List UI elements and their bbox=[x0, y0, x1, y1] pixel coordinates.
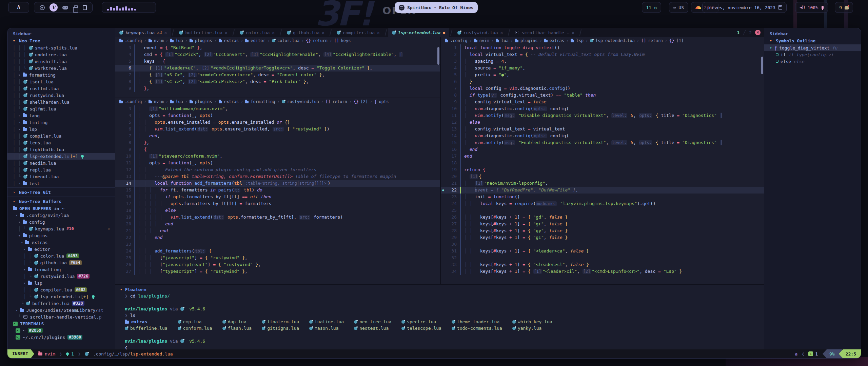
tree-item-linting[interactable]: │ ›linting bbox=[7, 119, 115, 126]
close-buffer-button[interactable]: × bbox=[755, 30, 761, 35]
tree-item-.config-nvim-lua[interactable]: ▾.config/nvim/lua bbox=[7, 212, 115, 219]
tree-item-lang[interactable]: │ ›lang bbox=[7, 112, 115, 119]
tab-close-icon[interactable]: × bbox=[322, 30, 324, 35]
editor-pane-color-lua[interactable]: .config›nvim›lua›plugins›extras›editor›c… bbox=[115, 37, 440, 98]
tree-item-lsp-extended.lu[interactable]: │ └ lsp-extended.lu [+] bbox=[7, 293, 115, 300]
code-line-14[interactable]: 14│ vim.diagnostic.config(opts: config) bbox=[441, 133, 764, 139]
scrollbar-handle[interactable] bbox=[761, 57, 763, 74]
code-line-12[interactable]: 12 else bbox=[441, 119, 764, 126]
workspace-windows-icon[interactable] bbox=[74, 5, 78, 9]
code-line-22[interactable]: 22│ │ end bbox=[115, 234, 440, 241]
symbols-outline-header[interactable]: ▾ Symbols Outline bbox=[764, 37, 861, 44]
tree-item-lsp[interactable]: │ ▾lsp bbox=[7, 126, 115, 133]
clock-widget[interactable]: jueves, noviembre 16, 2023 bbox=[702, 2, 787, 13]
code-line-10[interactable]: 10│ [1]"stevearc/conform.nvim", bbox=[115, 153, 440, 160]
code-line-8[interactable]: 8│ { [1]"<C-c>", [2]"<cmd>CccPick<cr>", … bbox=[115, 78, 440, 85]
section-header-neo-tree-git[interactable]: ›Neo-Tree Git bbox=[7, 188, 115, 196]
tab-color.lua[interactable]: color.lua× bbox=[236, 28, 279, 37]
tab-rustywind.lua[interactable]: rustywind.lua× bbox=[453, 28, 507, 37]
tab-github.lua[interactable]: github.lua× bbox=[283, 28, 329, 37]
tree-item-formatting[interactable]: ▾formatting bbox=[7, 266, 115, 273]
code-line-17[interactable]: 17│ │ │ │ │ opts.formatters_by_ft[ft] = … bbox=[115, 200, 440, 207]
editor-pane-rustywind-lua[interactable]: .config›nvim›lua›plugins›extras›formatti… bbox=[115, 98, 440, 284]
tab-close-icon[interactable]: × bbox=[272, 30, 275, 35]
code-line-24[interactable]: 24│ │ add_formatters(tbl: { bbox=[115, 248, 440, 255]
tree-item-undotree.lua[interactable]: │ │ │ undotree.lua bbox=[7, 51, 115, 58]
code-line-21[interactable]: 21│ │ │ end bbox=[115, 227, 440, 234]
tree-item-editor[interactable]: ▾editor bbox=[7, 246, 115, 252]
code-line-7[interactable]: 7 local config = vim.diagnostic.config() bbox=[441, 85, 764, 92]
tree-item-compiler.lua[interactable]: │ │ compiler.lua#682 bbox=[7, 286, 115, 293]
workspace-games-icon[interactable] bbox=[62, 6, 68, 9]
code-line-20[interactable]: 20│ │ │ │ end bbox=[115, 221, 440, 227]
code-line-26[interactable]: 26│ │ │ ["javascriptreact"] = { "rustywi… bbox=[115, 261, 440, 268]
tree-item-~[interactable]: >_~#2859 bbox=[7, 327, 115, 334]
tree-item-keymaps.lua[interactable]: │ └ keymaps.lua#10⚠ bbox=[7, 225, 115, 232]
code-line-4[interactable]: 4│ source = "if_many", bbox=[441, 65, 764, 72]
code-line-8[interactable]: 8 }, bbox=[115, 139, 440, 146]
code-line-34[interactable]: 34│ │ keys[#keys + 1] = { [1]"<leader>ci… bbox=[441, 268, 764, 275]
tree-item-test[interactable]: │ ›test bbox=[7, 180, 115, 187]
code-line-13[interactable]: 13│ │ ---@param tbl table<string, confor… bbox=[115, 173, 440, 180]
notifications-widget[interactable]: 9 bbox=[835, 2, 853, 13]
code-line-24[interactable]: 24│ │ local keys = require(modname: "laz… bbox=[441, 200, 764, 207]
tab-lsp-extended.lua[interactable]: lsp-extended.lua● bbox=[388, 28, 449, 37]
tab-close-icon[interactable]: × bbox=[377, 30, 380, 35]
tab-scrollbar-handle--[interactable]: scrollbar-handle-…× bbox=[511, 28, 578, 37]
code-line-20[interactable]: 20 [1]{ bbox=[441, 173, 764, 180]
tree-item-lsp[interactable]: ▾lsp bbox=[7, 280, 115, 286]
outline-item-else[interactable]: elseelse bbox=[764, 58, 861, 65]
outline-item-if[interactable]: ifif type(config.vi bbox=[764, 51, 861, 58]
tab-bufferline.lua[interactable]: bufferline.lua× bbox=[175, 28, 231, 37]
code-line-21[interactable]: 21│ [1]"neovim/nvim-lspconfig", bbox=[441, 180, 764, 187]
tree-item-OPEN-BUFFERS-in-~[interactable]: OPEN BUFFERS in ~ bbox=[7, 205, 115, 212]
launcher-button[interactable]: Λ bbox=[8, 2, 29, 13]
code-line-14[interactable]: 14│ │ local function add_formatters(tbl … bbox=[115, 180, 440, 187]
code-line-27[interactable]: 27│ │ keys[#keys + 1] = { "gr", false } bbox=[441, 221, 764, 227]
tree-item-lsp-extended.lu[interactable]: │ │ lsp-extended.lu[+] bbox=[7, 153, 115, 160]
code-line-9[interactable]: 9 { bbox=[115, 146, 440, 153]
tree-item-worktree.lua[interactable]: │ │ └ worktree.lua bbox=[7, 65, 115, 72]
tab-close-icon[interactable]: × bbox=[500, 30, 503, 35]
tree-item-rustywind.lua[interactable]: │ └ rustywind.lua#726 bbox=[7, 273, 115, 280]
floaterm-header[interactable]: ▾Floaterm bbox=[120, 286, 764, 293]
code-line-29[interactable]: 29│ │ keys[#keys + 1] = { "gI", false } bbox=[441, 234, 764, 241]
code-line-6[interactable]: 6│ { [1]"<leader>uC", [2]"<cmd>CccHighli… bbox=[115, 65, 440, 72]
code-line-9[interactable]: 9 }, bbox=[115, 85, 440, 92]
code-line-3[interactable]: 3 event = { "BufRead" }, bbox=[115, 44, 440, 51]
code-line-25[interactable]: 25 bbox=[441, 207, 764, 214]
tree-item-color.lua[interactable]: │ │ color.lua#493 bbox=[7, 252, 115, 259]
code-line-28[interactable]: 28│ │ keys[#keys + 1] = { "gy", false } bbox=[441, 227, 764, 234]
tab-page-next[interactable]: 2 bbox=[749, 30, 752, 35]
code-line-6[interactable]: 6 } bbox=[441, 78, 764, 85]
editor-pane-lsp-extended-lua[interactable]: .config›nvim›lua›plugins›extras›lsp›lsp-… bbox=[441, 37, 764, 284]
tree-item-sqlfmt.lua[interactable]: │ └ sqlfmt.lua bbox=[7, 105, 115, 112]
code-line-18[interactable]: 18│ │ │ │ else bbox=[115, 207, 440, 214]
code-line-33[interactable]: 33│ │ keys[#keys + 1] = { "<leader>cl", … bbox=[441, 261, 764, 268]
tree-item-smart-splits.lua[interactable]: │ │ │ smart-splits.lua bbox=[7, 44, 115, 51]
workspace-active-nvim-icon[interactable]: V bbox=[50, 3, 58, 12]
code-line-8[interactable]: 8 if type(v: config.virtual_text) == "ta… bbox=[441, 92, 764, 99]
workspace-browser-icon[interactable] bbox=[40, 5, 45, 10]
tree-item-TERMINALS[interactable]: >_TERMINALS bbox=[7, 320, 115, 327]
tab-keymaps.lua[interactable]: keymaps.lua⚠3× bbox=[115, 28, 171, 37]
tree-item-lightbulb.lua[interactable]: │ │ lightbulb.lua bbox=[7, 146, 115, 153]
tree-item-compiler.lua[interactable]: │ │ compiler.lua bbox=[7, 133, 115, 139]
tree-item-github.lua[interactable]: │ └ github.lua#654 bbox=[7, 259, 115, 266]
tree-item-repl.lua[interactable]: │ │ repl.lua bbox=[7, 166, 115, 173]
section-header-neo-tree-buffers[interactable]: ▾Neo-Tree Buffers bbox=[7, 198, 115, 205]
code-line-19[interactable]: 19│ │ │ │ │ vim.list_extend(dst: opts.fo… bbox=[115, 214, 440, 221]
media-widget[interactable]: Spiritbox - Rule Of Nines bbox=[395, 2, 478, 13]
tree-item-plugins[interactable]: ▾plugins bbox=[7, 232, 115, 239]
outline-item-toggle_diag_virtext[interactable]: ▾ƒtoggle_diag_virtextfu bbox=[764, 44, 861, 51]
tab-page-current[interactable]: 1 bbox=[737, 30, 740, 35]
code-line-30[interactable]: 30 bbox=[441, 241, 764, 248]
code-line-31[interactable]: 31│ │ keys[#keys + 1] = { "<leader>ca", … bbox=[441, 248, 764, 255]
code-line-5[interactable]: 5 keys = { bbox=[115, 58, 440, 65]
code-line-22[interactable]: ●22│ event = { "BufReadPre", "BufNewFile… bbox=[441, 187, 764, 194]
code-line-11[interactable]: 11│ opts = function(_, opts) bbox=[115, 160, 440, 166]
keyboard-layout-widget[interactable]: ⌨ US bbox=[669, 2, 688, 13]
code-line-13[interactable]: 13│ config.virtual_text = virtual_text bbox=[441, 126, 764, 133]
code-line-32[interactable]: 32 bbox=[441, 255, 764, 261]
code-line-5[interactable]: 5│ prefix = "●", bbox=[441, 72, 764, 78]
